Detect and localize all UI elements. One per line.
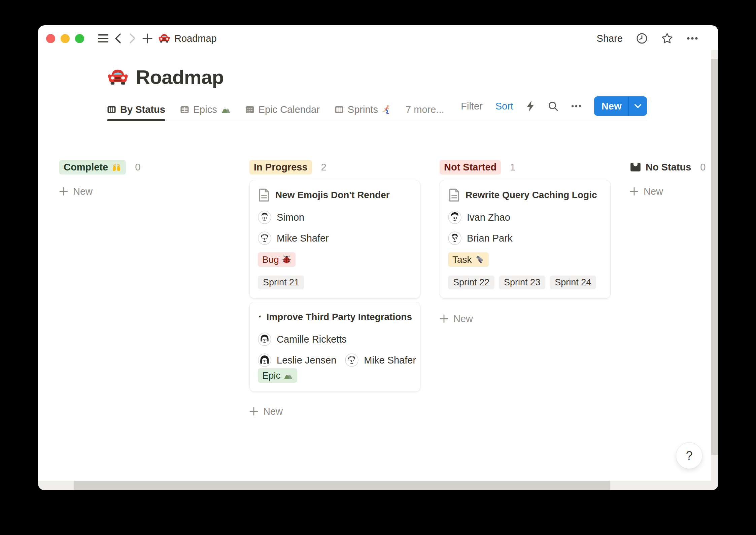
person-name: Ivan Zhao (467, 212, 510, 223)
column-count: 2 (321, 162, 327, 173)
plus-icon (59, 187, 68, 196)
favorite-star-icon[interactable] (661, 32, 673, 44)
view-options-icon[interactable] (571, 105, 581, 107)
add-card-button[interactable]: New (440, 311, 611, 326)
raised-hands-emoji (111, 162, 122, 172)
traffic-lights (46, 34, 84, 43)
view-tabs: By Status Epics (107, 98, 444, 121)
filter-button[interactable]: Filter (461, 101, 482, 112)
horizontal-scrollbar-thumb[interactable] (74, 481, 610, 490)
notion-window: Roadmap Share (38, 25, 718, 490)
mountain-emoji (283, 371, 293, 380)
add-card-label: New (453, 313, 473, 324)
minimize-button[interactable] (61, 34, 70, 43)
card-improve-third-party-integrations[interactable]: Improve Third Party Integrations Camille… (249, 302, 420, 392)
plug-emoji (258, 310, 261, 323)
chip-sprint: Sprint 21 (258, 276, 304, 289)
help-button[interactable]: ? (676, 442, 702, 469)
hamburger-icon (98, 34, 108, 43)
status-no-status[interactable]: No Status (630, 162, 691, 173)
tab-label: Sprints (348, 104, 378, 115)
back-button[interactable] (110, 31, 125, 46)
tag-label: Task (452, 254, 472, 265)
card-new-emojis-dont-render[interactable]: New Emojis Don't Render Simon (249, 180, 420, 298)
breadcrumb[interactable]: Roadmap (158, 32, 217, 44)
column-count: 0 (135, 162, 140, 173)
chip-sprint: Sprint 22 (448, 276, 494, 289)
more-options-icon[interactable] (687, 37, 698, 40)
status-label: Not Started (444, 162, 496, 173)
add-card-label: New (644, 186, 663, 197)
forward-button[interactable] (125, 31, 140, 46)
tag-label: Epic (262, 370, 280, 381)
column-count: 1 (510, 162, 515, 173)
page-icon (448, 188, 460, 202)
person-row: Camille Ricketts (258, 333, 412, 346)
zoom-button[interactable] (75, 34, 84, 43)
tag-epic: Epic (258, 368, 297, 383)
status-badge-in-progress[interactable]: In Progress (249, 160, 312, 175)
status-badge-complete[interactable]: Complete (59, 160, 126, 175)
add-card-label: New (73, 186, 93, 197)
tag-row: Epic (258, 368, 412, 383)
column-header: Complete 0 (59, 160, 230, 175)
window-topbar: Roadmap Share (38, 25, 718, 52)
share-button[interactable]: Share (597, 33, 623, 44)
page-header: Roadmap (107, 66, 718, 88)
card-title: Rewrite Query Caching Logic (466, 188, 597, 202)
chip-sprint: Sprint 23 (499, 276, 545, 289)
table-icon (180, 105, 189, 114)
column-not-started: Not Started 1 Rewrite Query Caching Logi… (440, 160, 611, 326)
avatar-simon (258, 211, 271, 224)
person-group: Mike Shafer (345, 353, 416, 367)
board-icon (335, 105, 344, 114)
card-rewrite-query-caching-logic[interactable]: Rewrite Query Caching Logic Ivan Zhao (440, 180, 611, 298)
new-tab-button[interactable] (140, 31, 155, 46)
topbar-actions: Share (597, 32, 698, 44)
new-dropdown-button[interactable] (629, 96, 647, 116)
sort-button[interactable]: Sort (495, 101, 513, 112)
inbox-icon (630, 162, 641, 172)
add-card-button[interactable]: New (630, 184, 718, 199)
person-row: Mike Shafer (258, 231, 412, 245)
add-card-button[interactable]: New (59, 184, 230, 199)
page-title: Roadmap (136, 66, 224, 88)
new-button[interactable]: New (594, 96, 628, 116)
column-in-progress: In Progress 2 New Emojis Don't Render (249, 160, 420, 419)
person-name: Mike Shafer (364, 355, 416, 366)
red-car-emoji (158, 32, 170, 44)
updates-clock-icon[interactable] (636, 33, 648, 44)
sprint-chips: Sprint 22 Sprint 23 Sprint 24 (448, 276, 602, 289)
card-title: New Emojis Don't Render (275, 188, 390, 202)
tab-by-status[interactable]: By Status (107, 98, 165, 121)
plus-icon (630, 187, 639, 196)
tab-epic-calendar[interactable]: Epic Calendar (245, 98, 320, 121)
avatar-camille (258, 333, 271, 346)
breadcrumb-title: Roadmap (174, 33, 217, 44)
sprint-chips: Sprint 21 (258, 276, 412, 289)
tab-label: Epics (193, 104, 217, 115)
close-button[interactable] (46, 34, 55, 43)
tab-epics[interactable]: Epics (180, 98, 231, 121)
column-no-status: No Status 0 New (630, 160, 718, 199)
person-row: Ivan Zhao (448, 211, 602, 224)
tab-sprints[interactable]: Sprints (335, 98, 391, 121)
red-car-emoji (107, 66, 129, 88)
person-name: Simon (277, 212, 304, 223)
column-header: No Status 0 (630, 160, 718, 175)
chip-sprint: Sprint 24 (550, 276, 596, 289)
vertical-scrollbar-thumb[interactable] (711, 59, 718, 455)
more-tabs-button[interactable]: 7 more... (406, 104, 444, 115)
person-row: Leslie Jensen Mike Shafer (258, 353, 412, 367)
search-icon[interactable] (548, 101, 558, 112)
ladybug-emoji (282, 255, 291, 264)
automation-bolt-icon[interactable] (526, 100, 535, 112)
tag-bug: Bug (258, 252, 296, 267)
card-title: Improve Third Party Integrations (266, 310, 412, 324)
status-badge-not-started[interactable]: Not Started (440, 160, 501, 175)
add-card-button[interactable]: New (249, 404, 420, 419)
person-row: Brian Park (448, 231, 602, 245)
person-name: Brian Park (467, 233, 512, 244)
sidebar-menu-button[interactable] (96, 31, 110, 46)
avatar-leslie (258, 353, 271, 367)
